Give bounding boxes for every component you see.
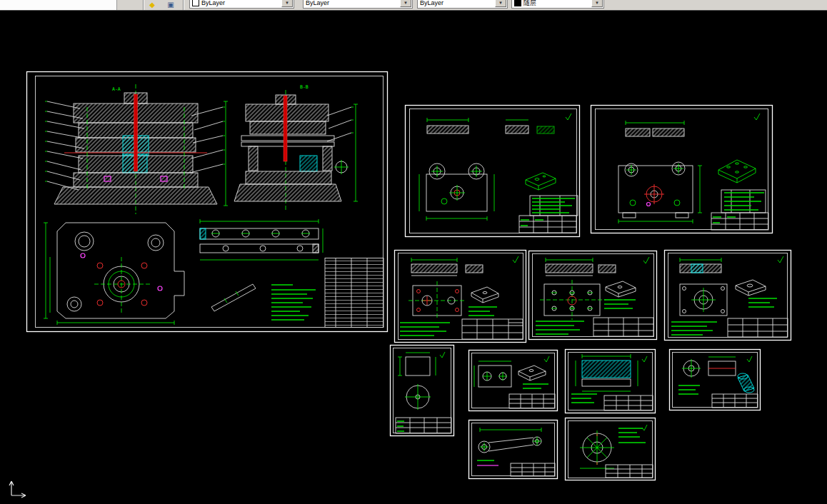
plate-plan-view[interactable] <box>409 281 466 320</box>
sheet-part-02[interactable] <box>591 106 773 233</box>
toolbar-separator <box>183 0 184 10</box>
plotstyle-swatch <box>514 0 521 6</box>
parts-list-table[interactable] <box>325 258 384 328</box>
chevron-down-icon[interactable]: ▼ <box>591 0 603 7</box>
isometric-view <box>471 287 498 303</box>
surface-finish-icon <box>440 352 445 358</box>
layer-properties-icon[interactable]: ▣ <box>166 0 176 9</box>
isometric-view <box>606 281 636 297</box>
toolbar-separator <box>143 0 144 10</box>
section-b-label: B-B <box>300 84 309 90</box>
color-control-value: ByLayer <box>201 0 225 6</box>
sheet-part-10[interactable] <box>469 420 558 479</box>
layers-icon[interactable]: ◆ <box>147 0 157 9</box>
sheet-part-06[interactable] <box>391 346 454 436</box>
title-block <box>711 213 768 230</box>
plate-plan-view[interactable] <box>540 280 606 320</box>
bracket-plan-view[interactable] <box>419 163 494 221</box>
color-swatch <box>192 0 199 6</box>
sheet-part-09[interactable] <box>670 350 761 410</box>
plan-view[interactable] <box>44 223 184 325</box>
sheet-part-04[interactable] <box>529 251 657 340</box>
surface-finish-icon <box>778 256 783 263</box>
section-b-view[interactable]: B-B <box>234 84 358 211</box>
drawing-canvas[interactable]: A-A B-B <box>0 11 827 504</box>
isometric-view <box>526 173 556 190</box>
bracket-plan-view[interactable] <box>618 162 702 223</box>
chevron-down-icon[interactable]: ▼ <box>400 0 411 7</box>
cylinder-iso-view <box>738 373 754 393</box>
title-block <box>396 418 451 433</box>
sheet-assembly[interactable]: A-A B-B <box>27 72 388 332</box>
isometric-view <box>718 160 756 183</box>
lever-view[interactable] <box>478 428 541 453</box>
title-block <box>462 319 523 339</box>
section-a-label: A-A <box>112 86 121 92</box>
notes-text <box>271 285 316 320</box>
ucs-icon <box>9 481 26 498</box>
chevron-down-icon[interactable]: ▼ <box>495 0 506 7</box>
sheet-part-01[interactable] <box>406 106 580 237</box>
lineweight-control-combo[interactable]: ByLayer ▼ <box>417 0 508 9</box>
surface-finish-icon <box>747 356 752 362</box>
chevron-down-icon[interactable]: ▼ <box>281 0 293 7</box>
title-block <box>593 318 653 336</box>
title-block <box>712 394 758 408</box>
surface-finish-icon <box>513 256 518 263</box>
title-block <box>509 394 555 408</box>
plate-plan-view[interactable] <box>680 284 727 316</box>
section-a-view[interactable]: A-A <box>45 84 228 214</box>
model-space[interactable]: A-A B-B <box>0 11 827 504</box>
surface-finish-icon <box>566 114 571 120</box>
plotstyle-control-value: 随层 <box>523 0 536 8</box>
title-block <box>728 318 788 337</box>
wheel-view[interactable] <box>580 430 614 465</box>
title-block <box>511 463 555 476</box>
isometric-view <box>736 280 766 296</box>
title-block <box>606 465 653 478</box>
sheet-part-08[interactable] <box>566 350 656 413</box>
title-block <box>604 395 653 410</box>
lineweight-control-value: ByLayer <box>420 0 443 6</box>
plotstyle-control-combo[interactable]: 随层 ▼ <box>511 0 604 9</box>
properties-toolbar: ◆ ▣ ByLayer ▼ ByLayer ▼ ByLayer ▼ 随层 ▼ <box>0 0 827 11</box>
linetype-control-value: ByLayer <box>306 0 329 6</box>
surface-finish-icon <box>544 356 549 362</box>
punch-pin-view[interactable] <box>211 284 256 311</box>
surface-finish-icon <box>754 114 760 120</box>
linetype-control-combo[interactable]: ByLayer ▼ <box>303 0 413 9</box>
sheet-part-05[interactable] <box>665 251 791 341</box>
surface-finish-icon <box>642 425 647 430</box>
isometric-view <box>518 366 546 380</box>
title-block <box>519 216 576 233</box>
surface-finish-icon <box>642 356 647 362</box>
sheet-part-11[interactable] <box>566 418 656 480</box>
sheet-part-07[interactable] <box>469 351 558 411</box>
sheet-part-03[interactable] <box>395 251 526 343</box>
color-control-combo[interactable]: ByLayer ▼ <box>189 0 294 9</box>
surface-finish-icon <box>643 257 649 263</box>
rail-strip-view[interactable] <box>200 219 323 260</box>
toolbar-left-panel <box>0 0 117 10</box>
